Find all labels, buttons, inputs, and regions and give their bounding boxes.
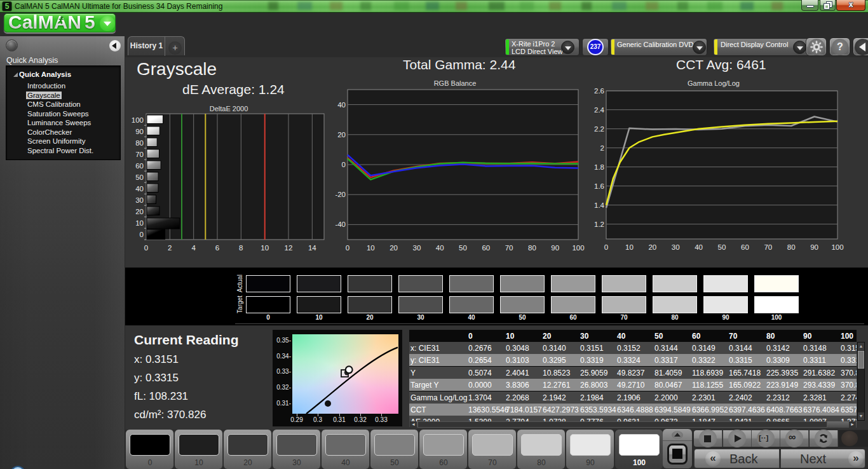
svg-text:10: 10 <box>625 243 634 251</box>
svg-text:60: 60 <box>135 162 144 170</box>
svg-text:6: 6 <box>215 244 219 252</box>
svg-text:10: 10 <box>135 219 144 227</box>
svg-text:4: 4 <box>191 244 196 252</box>
svg-text:80: 80 <box>528 244 536 252</box>
svg-text:100: 100 <box>572 244 584 252</box>
svg-text:2.4: 2.4 <box>594 106 605 114</box>
svg-text:1.2: 1.2 <box>594 221 604 228</box>
svg-text:90: 90 <box>551 244 559 252</box>
svg-text:20: 20 <box>390 244 398 252</box>
svg-text:30: 30 <box>135 196 144 204</box>
svg-text:20: 20 <box>135 208 144 215</box>
svg-text:1.4: 1.4 <box>594 201 605 209</box>
svg-text:14: 14 <box>308 244 316 252</box>
svg-text:0: 0 <box>604 243 608 251</box>
svg-text:70: 70 <box>764 243 772 251</box>
svg-text:100: 100 <box>831 243 843 251</box>
svg-text:40: 40 <box>135 185 144 193</box>
svg-text:1.8: 1.8 <box>594 163 604 171</box>
svg-text:60: 60 <box>741 243 749 251</box>
svg-text:8: 8 <box>239 244 243 252</box>
svg-text:100: 100 <box>132 116 144 124</box>
svg-text:20: 20 <box>648 243 656 251</box>
svg-text:50: 50 <box>459 244 467 252</box>
svg-text:70: 70 <box>135 151 144 158</box>
svg-text:10: 10 <box>261 244 269 252</box>
svg-text:0: 0 <box>140 231 144 238</box>
svg-text:0: 0 <box>144 244 148 252</box>
svg-text:40: 40 <box>337 101 346 109</box>
svg-text:10: 10 <box>367 244 375 252</box>
svg-text:50: 50 <box>718 243 726 251</box>
svg-text:12: 12 <box>285 244 293 252</box>
svg-text:2.6: 2.6 <box>594 87 604 95</box>
svg-text:2: 2 <box>168 244 172 252</box>
svg-text:90: 90 <box>810 243 818 251</box>
svg-text:40: 40 <box>695 243 703 251</box>
svg-text:80: 80 <box>135 139 144 147</box>
svg-text:60: 60 <box>482 244 490 252</box>
svg-text:90: 90 <box>135 128 144 135</box>
svg-text:70: 70 <box>505 244 513 252</box>
svg-text:40: 40 <box>436 244 444 252</box>
svg-text:20: 20 <box>337 131 346 139</box>
svg-text:2: 2 <box>600 144 604 152</box>
svg-text:80: 80 <box>787 243 796 251</box>
svg-text:2.2: 2.2 <box>594 125 604 133</box>
svg-text:50: 50 <box>135 173 144 181</box>
svg-text:0: 0 <box>346 244 349 252</box>
svg-text:-40: -40 <box>335 221 346 228</box>
svg-text:30: 30 <box>672 243 680 251</box>
svg-text:30: 30 <box>413 244 421 252</box>
svg-text:0: 0 <box>342 161 346 168</box>
svg-text:-20: -20 <box>335 191 346 198</box>
svg-text:1.6: 1.6 <box>594 182 604 190</box>
